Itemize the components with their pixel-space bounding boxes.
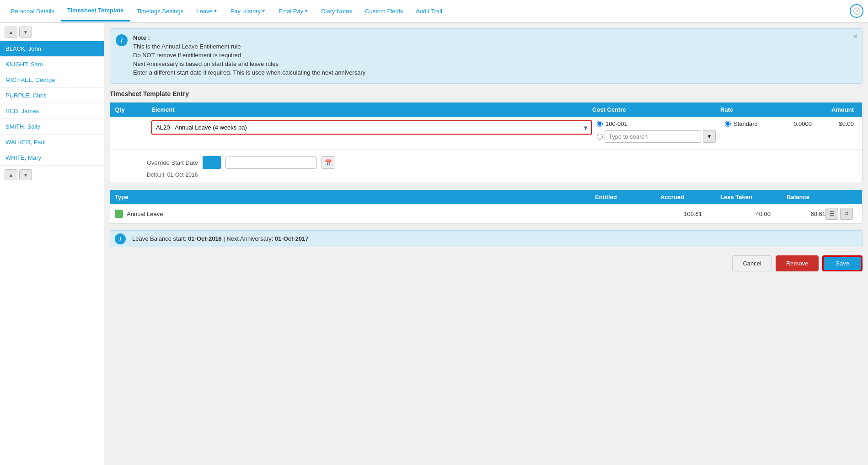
leave-table-row: Annual Leave 100.61 40.00 60.61 ☰ ↺: [110, 204, 862, 223]
cost-centre-radio-row-1: 100-001: [597, 120, 716, 127]
main-content: i × Note : This is the Annual Leave Enti…: [104, 23, 868, 465]
leave-table: Type Entitled Accrued Less Taken Balance…: [110, 189, 863, 224]
color-picker-box[interactable]: [203, 156, 221, 169]
save-button[interactable]: Save: [822, 255, 863, 271]
lth-less-taken: Less Taken: [702, 194, 771, 200]
sidebar-down2-button[interactable]: ▼: [19, 169, 32, 180]
leave-list-button[interactable]: ☰: [825, 208, 838, 220]
cost-centre-radio-row-2: ▼: [597, 130, 716, 143]
lt-balance-cell: 60.61: [771, 211, 825, 217]
employee-sidebar: ▲ ▼ BLACK, John KNIGHT, Sam MICHAEL, Geo…: [0, 23, 104, 465]
header-amount: Amount: [812, 106, 857, 113]
rate-radio[interactable]: [725, 121, 731, 127]
info-bar-text-start: Leave Balance start:: [132, 235, 188, 242]
sidebar-item-black-john[interactable]: BLACK, John: [0, 41, 104, 57]
info-icon: i: [116, 34, 128, 46]
lth-entitled: Entitled: [569, 194, 643, 200]
lt-accrued-cell: 100.61: [643, 211, 702, 217]
close-button[interactable]: ×: [853, 32, 857, 41]
info-bar-separator: | Next Anniversary:: [222, 235, 275, 242]
remove-button[interactable]: Remove: [776, 255, 819, 271]
override-start-date-row: Override Start Date 📅: [110, 150, 862, 172]
override-date-input[interactable]: [225, 157, 317, 169]
action-buttons-row: Cancel Remove Save: [110, 254, 863, 273]
sidebar-item-purple-chris[interactable]: PURPLE, Chris: [0, 88, 104, 103]
note-line-1: This is the Annual Leave Entitlement rul…: [133, 43, 856, 50]
entry-table: Qty Element Cost Centre Rate Amount AL20…: [110, 102, 863, 183]
sidebar-top-controls: ▲ ▼: [0, 23, 104, 41]
calendar-button[interactable]: 📅: [321, 156, 335, 169]
lt-type-cell: Annual Leave: [115, 210, 569, 218]
info-bar: i Leave Balance start: 01-Oct-2016 | Nex…: [110, 230, 863, 247]
leave-refresh-button[interactable]: ↺: [840, 208, 853, 220]
lt-actions-cell: ☰ ↺: [825, 208, 857, 220]
info-bar-date2: 01-Oct-2017: [275, 235, 309, 242]
rate-value: 0.0000: [793, 120, 812, 127]
nav-audit-trail[interactable]: Audit Trail: [409, 1, 449, 21]
sidebar-up2-button[interactable]: ▲: [5, 169, 17, 180]
header-rate: Rate: [720, 106, 812, 113]
override-label: Override Start Date: [147, 159, 198, 166]
cancel-button[interactable]: Cancel: [732, 255, 772, 271]
note-label: Note :: [133, 34, 150, 41]
sidebar-item-red-james[interactable]: RED, James: [0, 103, 104, 119]
lt-lesstaken-cell: 40.00: [702, 211, 771, 217]
nav-timelogs-settings[interactable]: Timelogs Settings: [130, 1, 190, 21]
lth-actions: [825, 194, 857, 200]
entry-table-row: AL20 - Annual Leave (4 weeks pa) ▼ 100-0…: [110, 117, 862, 150]
cost-centre-search-input[interactable]: [605, 130, 701, 143]
info-bar-date1: 01-Oct-2016: [188, 235, 222, 242]
nav-final-pay[interactable]: Final Pay ▼: [272, 1, 315, 21]
lth-balance: Balance: [771, 194, 825, 200]
leave-dropdown-arrow: ▼: [214, 9, 218, 13]
rate-label: Standard: [734, 120, 758, 127]
element-cell: AL20 - Annual Leave (4 weeks pa) ▼: [151, 120, 592, 135]
nav-timesheet-template[interactable]: Timesheet Template: [61, 0, 130, 22]
nav-leave[interactable]: Leave ▼: [190, 1, 224, 21]
sidebar-item-white-mary[interactable]: WHITE, Mary: [0, 150, 104, 166]
sidebar-down-button[interactable]: ▼: [19, 27, 32, 38]
sidebar-up-button[interactable]: ▲: [5, 27, 17, 38]
rate-cell: Standard 0.0000: [720, 120, 812, 127]
cost-centre-radio-2[interactable]: [597, 134, 603, 140]
leave-table-header: Type Entitled Accrued Less Taken Balance: [110, 190, 862, 204]
info-note-box: i × Note : This is the Annual Leave Enti…: [110, 28, 863, 84]
leave-type-label: Annual Leave: [127, 211, 163, 217]
lth-type: Type: [115, 194, 569, 200]
sidebar-bottom-controls: ▲ ▼: [0, 166, 104, 184]
note-line-3: Next Anniversary is based on start date …: [133, 60, 856, 67]
leave-type-dot: [115, 210, 123, 218]
top-navigation: Personal Details Timesheet Template Time…: [0, 0, 868, 23]
clock-icon: 🕐: [850, 4, 863, 18]
cost-centre-value: 100-001: [605, 120, 627, 127]
nav-custom-fields[interactable]: Custom Fields: [359, 1, 409, 21]
info-bar-icon: i: [115, 233, 126, 244]
amount-cell: $0.00: [812, 120, 857, 127]
entry-table-header: Qty Element Cost Centre Rate Amount: [110, 103, 862, 117]
cost-centre-cell: 100-001 ▼: [592, 120, 720, 146]
section-title: Timesheet Template Entry: [110, 90, 863, 97]
nav-diary-notes[interactable]: Diary Notes: [315, 1, 359, 21]
nav-pay-history[interactable]: Pay History ▼: [224, 1, 272, 21]
pay-history-dropdown-arrow: ▼: [262, 9, 266, 13]
cost-centre-radio-1[interactable]: [597, 121, 603, 127]
element-select-wrapper: AL20 - Annual Leave (4 weeks pa) ▼: [151, 120, 592, 135]
header-qty: Qty: [115, 106, 151, 113]
sidebar-item-michael-george[interactable]: MICHAEL, George: [0, 72, 104, 88]
default-date-label: Default: 01-Oct-2016: [110, 172, 862, 183]
nav-personal-details[interactable]: Personal Details: [5, 1, 61, 21]
final-pay-dropdown-arrow: ▼: [304, 9, 308, 13]
sidebar-item-knight-sam[interactable]: KNIGHT, Sam: [0, 57, 104, 72]
sidebar-item-walker-paul[interactable]: WALKER, Paul: [0, 135, 104, 150]
lth-accrued: Accrued: [643, 194, 702, 200]
note-line-4: Enter a different start date if required…: [133, 69, 856, 76]
cost-centre-search-dropdown[interactable]: ▼: [703, 130, 716, 143]
element-select[interactable]: AL20 - Annual Leave (4 weeks pa): [152, 121, 591, 134]
header-cost-centre: Cost Centre: [592, 106, 720, 113]
note-line-2: Do NOT remove if entitlement is required: [133, 52, 856, 59]
sidebar-item-smith-sally[interactable]: SMITH, Sally: [0, 119, 104, 135]
header-element: Element: [151, 106, 592, 113]
